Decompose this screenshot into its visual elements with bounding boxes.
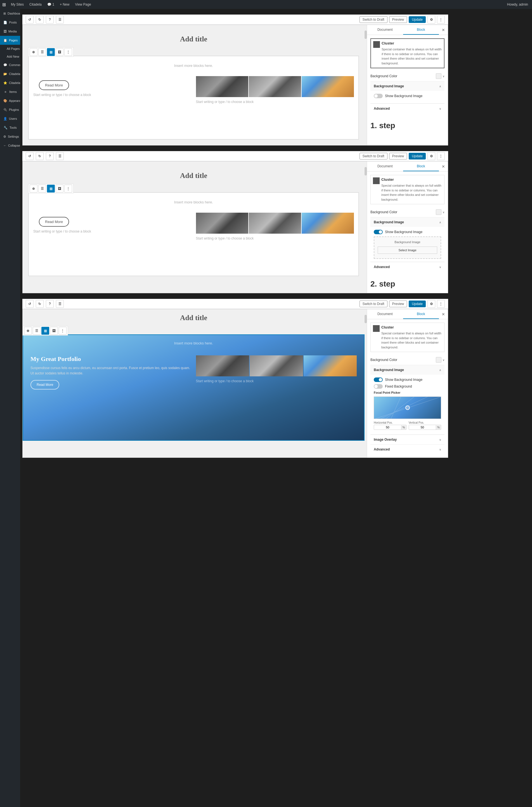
sidebar-item-settings[interactable]: ⚙Settings — [0, 132, 20, 141]
read-more-btn-1[interactable]: Read More — [39, 80, 69, 90]
page-title-1[interactable]: Add title — [28, 31, 359, 47]
list-view-btn-2[interactable]: ☰ — [56, 152, 64, 160]
preview-btn-3[interactable]: Preview — [389, 300, 407, 307]
preview-btn-2[interactable]: Preview — [389, 153, 407, 160]
bg-image-chevron-1[interactable]: ∧ — [439, 85, 441, 88]
block-tool-more-2[interactable]: ⋮ — [64, 185, 72, 192]
undo-btn-2[interactable]: ↺ — [26, 152, 34, 160]
info-btn-1[interactable]: ? — [46, 16, 54, 23]
panel-tab-block-1[interactable]: Block — [403, 25, 439, 35]
gear-btn-3[interactable]: ⚙ — [428, 300, 435, 308]
block-tool-more-3[interactable]: ⋮ — [59, 327, 66, 335]
color-swatch-3[interactable] — [436, 357, 441, 363]
start-writing-1[interactable]: Start writing or type / to choose a bloc… — [33, 93, 191, 97]
sidebar-item-tools[interactable]: 🔧Tools — [0, 123, 20, 132]
panel-tab-document-1[interactable]: Document — [367, 25, 403, 35]
new-link[interactable]: + New — [58, 2, 71, 6]
block-tool-drag-3[interactable]: ⊕ — [24, 327, 32, 335]
sidebar-item-items[interactable]: ≡Items — [0, 87, 20, 96]
bg-color-chevron-3[interactable]: ∨ — [442, 359, 444, 362]
sidebar-item-add-new[interactable]: Add New — [0, 53, 20, 60]
page-title-3[interactable]: Add title — [23, 309, 364, 326]
image-overlay-section-3[interactable]: Image Overlay ∨ — [370, 435, 444, 444]
scrollbar-1[interactable] — [364, 25, 367, 145]
sidebar-item-citadela-directory[interactable]: 📂Citadela Directory — [0, 69, 20, 78]
bg-image-header-2[interactable]: Background Image ∧ — [370, 217, 444, 227]
undo-btn-1[interactable]: ↺ — [26, 16, 34, 23]
info-btn-2[interactable]: ? — [46, 152, 54, 160]
more-btn-1[interactable]: ⋮ — [437, 16, 445, 23]
block-tool-list-3[interactable]: ☰ — [33, 327, 40, 335]
comments-count[interactable]: 💬 1 — [45, 2, 56, 6]
sidebar-item-users[interactable]: 👤Users — [0, 114, 20, 123]
focal-point-image-3[interactable] — [374, 397, 441, 419]
start-writing-right-1[interactable]: Start writing or type / to choose a bloc… — [196, 100, 354, 104]
read-more-btn-2[interactable]: Read More — [39, 217, 69, 227]
select-image-btn-2[interactable]: Select Image — [378, 246, 437, 254]
update-btn-1[interactable]: Update — [409, 16, 426, 23]
show-bg-toggle-3[interactable] — [374, 378, 383, 382]
start-writing-2[interactable]: Start writing or type / to choose a bloc… — [33, 230, 191, 233]
start-writing-right-2[interactable]: Start writing or type / to choose a bloc… — [196, 236, 354, 240]
sidebar-item-media[interactable]: 🖼Media — [0, 27, 20, 36]
page-title-2[interactable]: Add title — [28, 167, 359, 183]
color-swatch-1[interactable] — [436, 73, 441, 79]
show-bg-toggle-1[interactable] — [374, 94, 383, 98]
sidebar-item-all-pages[interactable]: All Pages — [0, 45, 20, 53]
bg-image-chevron-2[interactable]: ∧ — [439, 221, 441, 224]
panel-close-1[interactable]: ✕ — [439, 25, 448, 35]
block-tool-list-2[interactable]: ☰ — [38, 185, 46, 192]
more-btn-2[interactable]: ⋮ — [437, 152, 445, 160]
gear-btn-2[interactable]: ⚙ — [428, 152, 435, 160]
info-btn-3[interactable]: ? — [46, 300, 54, 308]
vert-pos-input-3[interactable] — [409, 425, 436, 429]
redo-btn-2[interactable]: ↻ — [36, 152, 44, 160]
block-tool-drag-1[interactable]: ⊕ — [30, 48, 37, 56]
fixed-bg-toggle-3[interactable] — [374, 384, 383, 389]
show-bg-toggle-2[interactable] — [374, 230, 383, 234]
sidebar-item-collapse[interactable]: ←Collapse menu — [0, 141, 20, 150]
advanced-section-3[interactable]: Advanced ∨ — [370, 444, 444, 454]
sidebar-item-plugins[interactable]: 🔌Plugins — [0, 105, 20, 114]
undo-btn-3[interactable]: ↺ — [26, 300, 34, 308]
list-view-btn-1[interactable]: ☰ — [56, 16, 64, 23]
view-page-link[interactable]: View Page — [73, 2, 93, 6]
scrollbar-3[interactable] — [364, 309, 367, 458]
block-tool-grid-1[interactable]: ▦ — [47, 48, 55, 56]
sidebar-item-citadela-pro[interactable]: ⭐Citadela Pro — [0, 78, 20, 87]
bg-image-header-1[interactable]: Background Image ∧ — [370, 81, 444, 91]
redo-btn-3[interactable]: ↻ — [36, 300, 44, 308]
update-btn-3[interactable]: Update — [409, 300, 426, 307]
start-writing-3[interactable]: Start writing or type / to choose a bloc… — [196, 379, 357, 383]
list-view-btn-3[interactable]: ☰ — [56, 300, 64, 308]
read-more-btn-3[interactable]: Read More — [31, 380, 59, 389]
citadela-link[interactable]: Citadela — [28, 2, 43, 6]
wp-logo[interactable]: ⊞ — [2, 2, 6, 7]
panel-tab-block-3[interactable]: Block — [403, 309, 439, 319]
advanced-section-2[interactable]: Advanced ∨ — [370, 262, 444, 272]
update-btn-2[interactable]: Update — [409, 153, 426, 160]
bg-color-chevron-1[interactable]: ∨ — [442, 75, 444, 78]
block-tool-list-1[interactable]: ☰ — [38, 48, 46, 56]
sidebar-item-appearance[interactable]: 🎨Appearance — [0, 96, 20, 105]
bg-image-header-3[interactable]: Background Image ∧ — [370, 365, 444, 375]
panel-close-3[interactable]: ✕ — [439, 309, 448, 319]
sidebar-item-pages[interactable]: 📋Pages — [0, 36, 20, 45]
block-tool-grid-2[interactable]: ▦ — [47, 185, 55, 192]
panel-tab-document-2[interactable]: Document — [367, 162, 403, 171]
sidebar-item-comments[interactable]: 💬Comments — [0, 60, 20, 69]
redo-btn-1[interactable]: ↻ — [36, 16, 44, 23]
block-tool-more-1[interactable]: ⋮ — [64, 48, 72, 56]
switch-to-draft-btn-3[interactable]: Switch to Draft — [360, 300, 387, 307]
switch-to-draft-btn-1[interactable]: Switch to Draft — [360, 16, 387, 23]
my-sites-link[interactable]: My Sites — [9, 2, 25, 6]
horiz-pos-input-3[interactable] — [374, 425, 401, 429]
more-btn-3[interactable]: ⋮ — [437, 300, 445, 308]
panel-close-2[interactable]: ✕ — [439, 162, 448, 171]
color-swatch-2[interactable] — [436, 209, 441, 215]
panel-tab-document-3[interactable]: Document — [367, 309, 403, 319]
block-tool-img-1[interactable]: 🖼 — [56, 48, 63, 56]
block-tool-grid-3[interactable]: ▦ — [41, 327, 49, 335]
block-tool-img-3[interactable]: 🖼 — [50, 327, 58, 335]
block-tool-drag-2[interactable]: ⊕ — [30, 185, 37, 192]
